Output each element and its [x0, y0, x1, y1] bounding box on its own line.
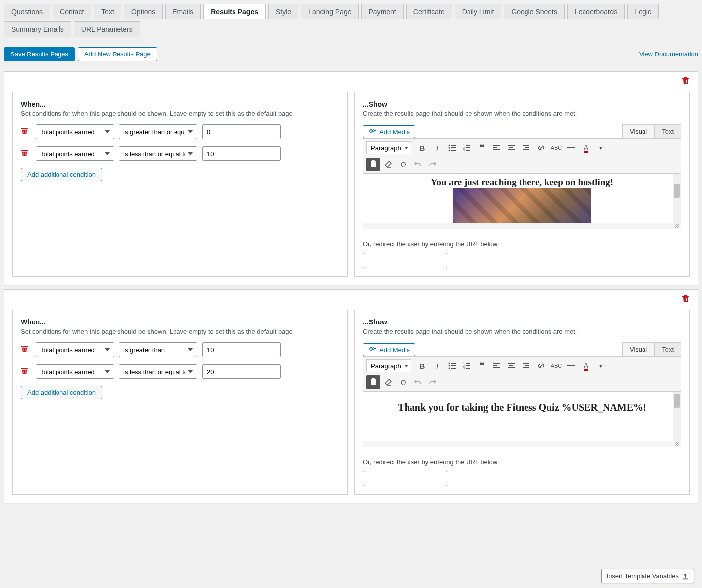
svg-rect-4 [451, 147, 456, 148]
save-button[interactable]: Save Results Pages [4, 47, 75, 61]
align-right-icon[interactable] [520, 359, 533, 373]
value-input[interactable] [202, 146, 281, 161]
italic-icon[interactable]: I [430, 359, 444, 373]
criteria-select[interactable]: Total points earned [36, 364, 114, 379]
add-media-button[interactable]: Add Media [363, 125, 415, 138]
redirect-url-input[interactable] [363, 471, 447, 486]
editor-tab-text[interactable]: Text [654, 124, 681, 138]
add-condition-button[interactable]: Add additional condition [21, 386, 102, 399]
add-results-page-button[interactable]: Add New Results Page [78, 47, 157, 61]
tab-landing-page[interactable]: Landing Page [301, 4, 358, 19]
trash-icon[interactable] [682, 77, 690, 87]
add-media-button[interactable]: Add Media [363, 343, 415, 356]
chevron-down-icon[interactable]: ▼ [594, 141, 608, 155]
criteria-select[interactable]: Total points earned [36, 124, 114, 139]
align-center-icon[interactable] [505, 141, 519, 155]
tab-style[interactable]: Style [268, 4, 298, 19]
redirect-label: Or, redirect the user by entering the UR… [363, 458, 681, 466]
redirect-url-input[interactable] [363, 253, 447, 268]
scrollbar[interactable] [673, 392, 681, 441]
textcolor-icon[interactable]: A [579, 359, 593, 373]
trash-icon[interactable] [21, 127, 31, 136]
trash-icon[interactable] [21, 345, 31, 354]
svg-rect-48 [371, 379, 376, 385]
ulist-icon[interactable] [445, 359, 459, 373]
operator-select[interactable]: is greater than [119, 342, 197, 357]
operator-select[interactable]: is less than or equal to [119, 364, 197, 379]
redo-icon[interactable] [426, 375, 440, 389]
svg-rect-18 [508, 149, 515, 150]
trash-icon[interactable] [682, 295, 690, 305]
value-input[interactable] [202, 342, 281, 357]
show-desc: Create the results page that should be s… [363, 110, 681, 117]
format-select[interactable]: Paragraph [366, 359, 411, 372]
link-icon[interactable] [534, 141, 548, 155]
hr-icon[interactable] [564, 141, 578, 155]
align-center-icon[interactable] [505, 359, 519, 373]
align-left-icon[interactable] [490, 359, 504, 373]
tab-daily-limit[interactable]: Daily Limit [455, 4, 502, 19]
criteria-select[interactable]: Total points earned [36, 146, 114, 161]
operator-select[interactable]: is less than or equal to [119, 146, 197, 161]
redirect-label: Or, redirect the user by entering the UR… [363, 240, 681, 248]
clear-format-icon[interactable] [381, 375, 395, 389]
strikethrough-icon[interactable]: ABC [549, 359, 563, 373]
chevron-down-icon[interactable]: ▼ [594, 359, 608, 373]
editor-content[interactable]: You are just reaching there, keep on hus… [363, 174, 681, 223]
tab-payment[interactable]: Payment [361, 4, 404, 19]
align-left-icon[interactable] [490, 141, 504, 155]
paste-icon[interactable] [366, 375, 380, 389]
operator-select[interactable]: is greater than or equal to [119, 124, 197, 139]
italic-icon[interactable]: I [430, 141, 444, 155]
svg-text:3: 3 [463, 367, 465, 370]
format-select[interactable]: Paragraph [366, 141, 411, 154]
documentation-link[interactable]: View Documentation [639, 51, 698, 58]
strikethrough-icon[interactable]: ABC [549, 141, 563, 155]
resize-handle[interactable] [363, 223, 681, 229]
editor-tab-text[interactable]: Text [654, 342, 681, 356]
special-char-icon[interactable]: Ω [396, 158, 410, 171]
olist-icon[interactable]: 123 [460, 359, 474, 373]
link-icon[interactable] [534, 359, 548, 373]
tab-logic[interactable]: Logic [627, 4, 658, 19]
hr-icon[interactable] [564, 359, 578, 373]
align-right-icon[interactable] [520, 141, 533, 155]
ulist-icon[interactable] [445, 141, 459, 155]
value-input[interactable] [202, 364, 281, 379]
bold-icon[interactable]: B [415, 141, 429, 155]
scrollbar[interactable] [673, 174, 681, 223]
trash-icon[interactable] [21, 367, 31, 376]
tab-certificate[interactable]: Certificate [406, 4, 452, 19]
resize-handle[interactable] [363, 441, 681, 447]
add-condition-button[interactable]: Add additional condition [21, 168, 102, 181]
svg-rect-46 [523, 367, 529, 368]
svg-rect-38 [493, 363, 500, 364]
tab-results-pages[interactable]: Results Pages [203, 4, 266, 19]
tab-leaderboards[interactable]: Leaderboards [567, 4, 625, 19]
redo-icon[interactable] [426, 158, 440, 171]
tab-text[interactable]: Text [94, 4, 121, 19]
editor-tab-visual[interactable]: Visual [622, 124, 654, 138]
trash-icon[interactable] [21, 149, 31, 158]
bold-icon[interactable]: B [415, 359, 429, 373]
olist-icon[interactable]: 123 [460, 141, 474, 155]
value-input[interactable] [202, 124, 281, 139]
quote-icon[interactable]: ❝ [475, 359, 489, 373]
tab-contact[interactable]: Contact [53, 4, 91, 19]
tab-url-parameters[interactable]: URL Parameters [74, 21, 140, 37]
undo-icon[interactable] [411, 375, 425, 389]
tab-questions[interactable]: Questions [4, 4, 50, 19]
tab-google-sheets[interactable]: Google Sheets [504, 4, 565, 19]
tab-options[interactable]: Options [124, 4, 163, 19]
undo-icon[interactable] [411, 158, 425, 171]
editor-content[interactable]: Thank you for taking the Fitness Quiz %U… [363, 392, 681, 441]
textcolor-icon[interactable]: A [579, 141, 593, 155]
paste-icon[interactable] [366, 158, 380, 171]
tab-emails[interactable]: Emails [165, 4, 201, 19]
editor-tab-visual[interactable]: Visual [622, 342, 654, 356]
clear-format-icon[interactable] [381, 158, 395, 171]
special-char-icon[interactable]: Ω [396, 375, 410, 389]
criteria-select[interactable]: Total points earned [36, 342, 114, 357]
quote-icon[interactable]: ❝ [475, 141, 489, 155]
tab-summary-emails[interactable]: Summary Emails [4, 21, 71, 37]
